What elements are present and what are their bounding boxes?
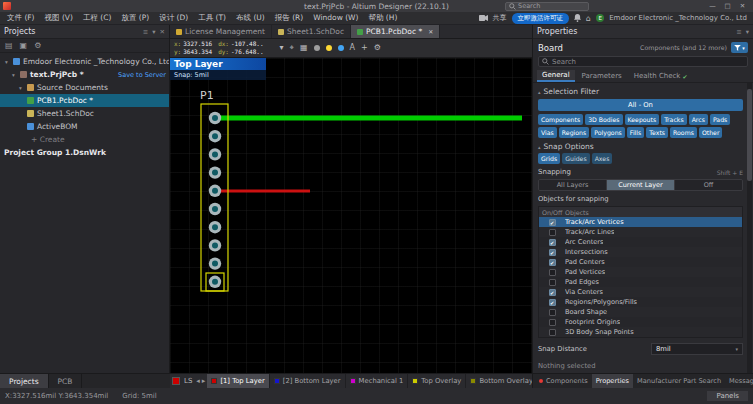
chevron-down-icon[interactable]: ▾	[17, 85, 24, 91]
selection-filter-button[interactable]: Texts	[646, 127, 668, 138]
selection-filter-button[interactable]: Components	[538, 114, 583, 125]
layer-dot-blue-icon[interactable]	[338, 45, 344, 51]
gear-icon[interactable]: ⚙	[374, 44, 381, 52]
camera-icon[interactable]	[479, 15, 488, 21]
pcb-canvas[interactable]: Top Layer Snap: 5mil P1	[170, 58, 532, 373]
crosshair-icon[interactable]: ⌖	[290, 44, 295, 52]
menubar-item[interactable]: 文件 (F)	[2, 13, 40, 23]
layer-tab[interactable]: Mechanical 1	[346, 374, 409, 388]
scope-filter-button[interactable]: ▾	[731, 42, 748, 53]
chevron-down-icon[interactable]: ▾	[280, 44, 284, 52]
layer-tab[interactable]: Bottom Overlay	[466, 374, 532, 388]
snap-option-button[interactable]: Guides	[562, 153, 589, 164]
checkbox[interactable]: ✔	[549, 239, 556, 246]
panels-button[interactable]: Panels	[707, 391, 748, 401]
snapping-mode-button[interactable]: Current Layer	[607, 180, 675, 190]
snap-object-row[interactable]: 3D Body Snap Points	[539, 327, 742, 337]
menubar-item[interactable]: 报告 (R)	[270, 13, 308, 23]
panel-tab[interactable]: Projects	[0, 374, 49, 388]
current-layer-swatch[interactable]	[172, 377, 180, 385]
tree-item-create[interactable]: + Create	[0, 133, 169, 146]
snap-object-row[interactable]: Footprint Origins	[539, 317, 742, 327]
menubar-item[interactable]: 工程 (C)	[78, 13, 116, 23]
layer-sets-button[interactable]: LS	[182, 377, 194, 385]
selection-filter-button[interactable]: Pads	[710, 114, 730, 125]
chevron-down-icon[interactable]: ▾	[10, 72, 17, 78]
layer-tab[interactable]: [1] Top Layer	[207, 374, 269, 388]
checkbox[interactable]	[549, 269, 556, 276]
checkbox[interactable]: ✔	[549, 259, 556, 266]
menubar-item[interactable]: 布线 (U)	[231, 13, 270, 23]
checkbox[interactable]	[549, 319, 556, 326]
selection-filter-button[interactable]: Arcs	[689, 114, 708, 125]
document-tab[interactable]: License Management	[170, 25, 272, 38]
selection-filter-button[interactable]: 3D Bodies	[585, 114, 622, 125]
checkbox[interactable]	[549, 229, 556, 236]
properties-search-input[interactable]: Search	[538, 56, 748, 67]
scroll-left-icon[interactable]: ◂	[196, 377, 200, 385]
snap-object-row[interactable]: ✔Pad Centers	[539, 257, 742, 267]
panel-menu-icon[interactable]: ≡	[736, 28, 741, 36]
pad[interactable]	[209, 130, 221, 142]
selection-filter-button[interactable]: Other	[699, 127, 723, 138]
panel-pin-icon[interactable]: ▾	[152, 28, 155, 36]
snap-option-button[interactable]: Axes	[592, 153, 613, 164]
menubar-item[interactable]: 工具 (T)	[193, 13, 231, 23]
pad[interactable]	[209, 276, 221, 288]
selection-filter-button[interactable]: Vias	[538, 127, 557, 138]
snap-object-row[interactable]: Track/Arc Lines	[539, 227, 742, 237]
home-icon[interactable]: ⌂	[586, 14, 591, 23]
layer-dot-gray-icon[interactable]	[314, 45, 320, 51]
panel-close-icon[interactable]: ✕	[160, 28, 165, 36]
selection-filter-button[interactable]: Tracks	[661, 114, 686, 125]
snap-object-row[interactable]: ✔Regions/Polygons/Fills	[539, 297, 742, 307]
snap-options-section[interactable]: ▴ Snap Options	[538, 142, 743, 151]
folder-icon[interactable]: ▣	[20, 41, 28, 50]
layer-dot-yellow-icon[interactable]	[326, 45, 332, 51]
checkbox[interactable]	[549, 309, 556, 316]
pad[interactable]	[209, 203, 221, 215]
share-button[interactable]: 共享	[493, 13, 507, 23]
snap-object-row[interactable]: Pad Edges	[539, 277, 742, 287]
panel-tab[interactable]: Messages	[725, 374, 753, 388]
all-on-button[interactable]: All - On	[538, 99, 743, 111]
snapping-mode-button[interactable]: Off	[675, 180, 742, 190]
menubar-item[interactable]: 设计 (D)	[154, 13, 193, 23]
layer-tab[interactable]: [2] Bottom Layer	[270, 374, 346, 388]
text-tool-icon[interactable]: A	[350, 44, 355, 52]
panel-menu-icon[interactable]: ≡	[143, 28, 148, 36]
tree-item-source-documents[interactable]: ▾ Source Documents	[0, 81, 169, 94]
selection-scope-label[interactable]: Components (and 12 more)	[640, 44, 727, 51]
panel-pin-icon[interactable]: ▾	[746, 28, 749, 36]
panel-tab[interactable]: Manufacturer Part Search	[633, 374, 725, 388]
panel-tab[interactable]: Components	[535, 374, 592, 388]
checkbox[interactable]: ✔	[549, 219, 556, 226]
pad[interactable]	[209, 221, 221, 233]
notification-banner[interactable]: 立即激活许可证	[512, 13, 570, 24]
properties-scrollbar[interactable]	[747, 83, 752, 373]
pad[interactable]	[209, 239, 221, 251]
selection-filter-button[interactable]: Fills	[627, 127, 645, 138]
snapping-mode-button[interactable]: All Layers	[539, 180, 607, 190]
snap-distance-dropdown[interactable]: 8mil ▾	[651, 343, 743, 355]
avatar[interactable]: E	[596, 14, 604, 22]
close-button[interactable]: ✕	[735, 2, 750, 10]
panel-tab[interactable]: Properties	[592, 374, 633, 388]
selection-filter-section[interactable]: ▴ Selection Filter	[538, 87, 743, 96]
menubar-item[interactable]: Window (W)	[308, 13, 363, 23]
checkbox[interactable]	[549, 329, 556, 336]
account-name[interactable]: Emdoor Electronic _Technology Co., Ltd	[609, 14, 747, 22]
snap-object-row[interactable]: ✔Arc Centers	[539, 237, 742, 247]
tree-item-project-group[interactable]: Project Group 1.DsnWrk	[0, 146, 169, 159]
checkbox[interactable]	[549, 279, 556, 286]
layer-tab[interactable]: Top Overlay	[408, 374, 466, 388]
checkbox[interactable]: ✔	[549, 299, 556, 306]
properties-tab[interactable]: General	[537, 70, 575, 82]
save-icon[interactable]: ▤	[5, 41, 13, 50]
snap-object-row[interactable]: Pad Vertices	[539, 267, 742, 277]
checkbox[interactable]: ✔	[549, 249, 556, 256]
snap-object-row[interactable]: ✔Intersections	[539, 247, 742, 257]
grid-icon[interactable]: ▦	[300, 44, 308, 52]
selection-filter-button[interactable]: Keepouts	[625, 114, 660, 125]
snap-object-row[interactable]: ✔Via Centers	[539, 287, 742, 297]
